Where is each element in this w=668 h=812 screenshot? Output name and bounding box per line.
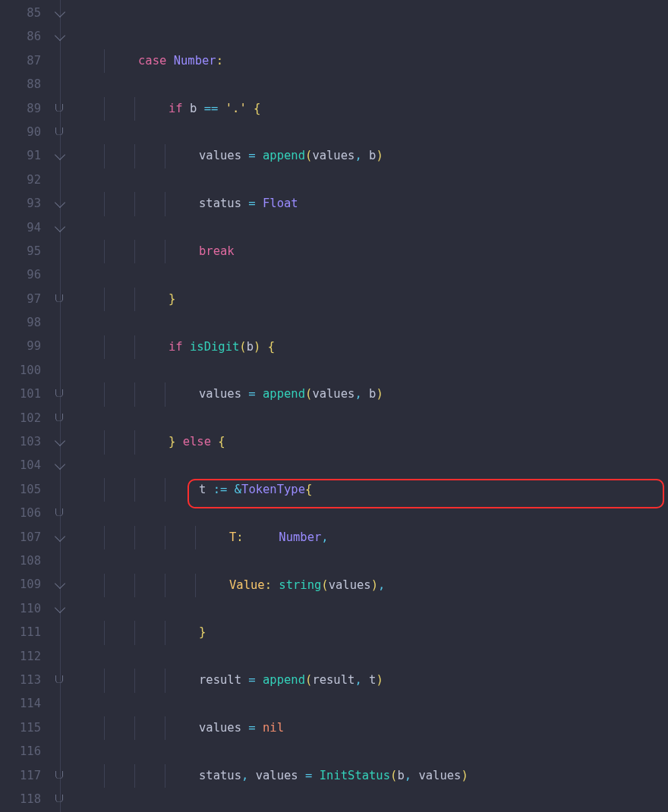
fold-row[interactable]	[52, 407, 70, 430]
line-number: 94	[0, 216, 41, 240]
line-number: 96	[0, 263, 41, 287]
fold-row[interactable]	[52, 669, 70, 692]
fold-row[interactable]	[52, 97, 70, 121]
fold-row[interactable]	[52, 740, 70, 763]
fold-row[interactable]	[52, 382, 70, 406]
fold-close-icon	[55, 104, 63, 113]
line-number: 116	[0, 740, 41, 763]
line-number: 98	[0, 311, 41, 335]
line-number: 86	[0, 25, 41, 49]
line-number: 107	[0, 526, 41, 549]
fold-row[interactable]	[52, 764, 70, 788]
fold-row[interactable]	[52, 144, 70, 168]
line-number: 95	[0, 240, 41, 263]
line-number: 97	[0, 288, 41, 311]
fold-row[interactable]	[52, 716, 70, 740]
type-number: Number	[174, 54, 216, 68]
fold-row[interactable]	[52, 311, 70, 335]
fold-gutter	[52, 0, 70, 812]
fold-row[interactable]	[52, 335, 70, 358]
line-number: 117	[0, 764, 41, 788]
fold-close-icon	[55, 127, 63, 137]
line-number: 106	[0, 502, 41, 525]
fold-row[interactable]	[52, 263, 70, 287]
line-number: 104	[0, 454, 41, 477]
line-number: 112	[0, 645, 41, 669]
fold-row[interactable]	[52, 549, 70, 573]
line-number-gutter: 8586878889909192939495969798991001011021…	[0, 0, 52, 812]
fold-open-icon	[55, 197, 65, 208]
line-number: 108	[0, 549, 41, 573]
line-number: 100	[0, 359, 41, 382]
fold-row[interactable]	[52, 168, 70, 192]
fold-close-icon	[55, 675, 63, 685]
line-number: 102	[0, 407, 41, 430]
fold-row[interactable]	[52, 49, 70, 73]
line-number: 88	[0, 73, 41, 96]
fold-open-icon	[55, 531, 65, 542]
fold-row[interactable]	[52, 2, 70, 25]
fold-row[interactable]	[52, 788, 70, 811]
fold-row[interactable]	[52, 692, 70, 716]
fold-open-icon	[55, 436, 65, 446]
fold-row[interactable]	[52, 192, 70, 216]
line-number: 105	[0, 478, 41, 502]
line-number: 99	[0, 335, 41, 358]
line-number: 85	[0, 2, 41, 25]
line-number: 109	[0, 573, 41, 596]
fold-row[interactable]	[52, 430, 70, 454]
fold-row[interactable]	[52, 597, 70, 621]
fold-row[interactable]	[52, 240, 70, 263]
fold-row[interactable]	[52, 454, 70, 477]
fold-open-icon	[55, 221, 65, 231]
fold-row[interactable]	[52, 478, 70, 502]
fold-open-icon	[55, 578, 65, 589]
fold-row[interactable]	[52, 621, 70, 644]
fold-close-icon	[55, 389, 63, 398]
line-number: 87	[0, 49, 41, 73]
fold-row[interactable]	[52, 573, 70, 596]
line-number: 103	[0, 430, 41, 454]
fold-close-icon	[55, 414, 63, 423]
line-number: 90	[0, 121, 41, 144]
code-area[interactable]: case Number: if b == '.' { values = appe…	[70, 0, 668, 812]
line-number: 114	[0, 692, 41, 716]
line-number: 89	[0, 97, 41, 121]
line-number: 93	[0, 192, 41, 216]
line-number: 113	[0, 669, 41, 692]
fold-row[interactable]	[52, 502, 70, 525]
fold-row[interactable]	[52, 73, 70, 96]
fold-row[interactable]	[52, 25, 70, 49]
fold-open-icon	[55, 149, 65, 160]
fold-close-icon	[55, 795, 63, 804]
fold-row[interactable]	[52, 216, 70, 240]
fold-open-icon	[55, 459, 65, 470]
fold-close-icon	[55, 771, 63, 780]
line-number: 115	[0, 716, 41, 740]
line-number: 111	[0, 621, 41, 644]
line-number: 101	[0, 382, 41, 406]
fold-close-icon	[55, 294, 63, 304]
fold-open-icon	[55, 30, 65, 41]
fold-close-icon	[55, 508, 63, 518]
fold-row[interactable]	[52, 288, 70, 311]
fold-row[interactable]	[52, 645, 70, 669]
line-number: 110	[0, 597, 41, 621]
fold-row[interactable]	[52, 359, 70, 382]
fold-open-icon	[55, 7, 65, 17]
fold-row[interactable]	[52, 121, 70, 144]
line-number: 91	[0, 144, 41, 168]
line-number: 92	[0, 168, 41, 192]
keyword-case: case	[138, 54, 166, 68]
fold-row[interactable]	[52, 526, 70, 549]
fold-open-icon	[55, 603, 65, 613]
line-number: 118	[0, 788, 41, 811]
